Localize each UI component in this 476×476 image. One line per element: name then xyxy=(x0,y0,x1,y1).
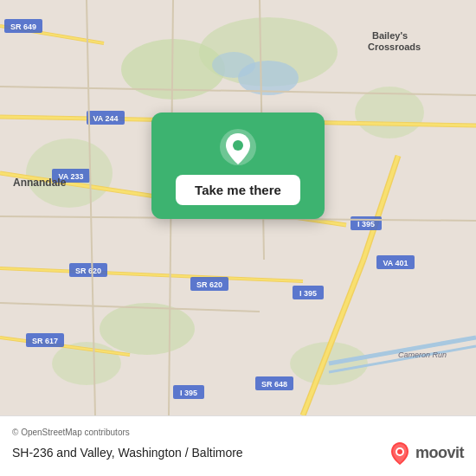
osm-credit: © OpenStreetMap contributors xyxy=(12,428,464,437)
svg-text:Annandale: Annandale xyxy=(13,177,67,189)
svg-text:SR 620: SR 620 xyxy=(196,280,222,289)
svg-text:I 395: I 395 xyxy=(299,289,317,298)
svg-text:SR 620: SR 620 xyxy=(75,267,101,275)
svg-text:Bailey's: Bailey's xyxy=(372,30,408,41)
popup-card: Take me there xyxy=(151,113,325,219)
svg-point-9 xyxy=(212,52,255,78)
svg-text:I 395: I 395 xyxy=(357,220,375,228)
svg-point-63 xyxy=(397,449,402,454)
moovit-pin-icon xyxy=(388,441,412,465)
svg-text:VA 401: VA 401 xyxy=(383,259,408,267)
location-row: SH-236 and Valley, Washington / Baltimor… xyxy=(12,441,464,465)
bottom-bar: © OpenStreetMap contributors SH-236 and … xyxy=(0,415,476,476)
svg-text:Crossroads: Crossroads xyxy=(368,42,421,52)
svg-text:SR 617: SR 617 xyxy=(32,337,58,345)
location-text: SH-236 and Valley, Washington / Baltimor… xyxy=(12,446,243,460)
svg-text:VA 244: VA 244 xyxy=(93,114,118,123)
take-me-there-button[interactable]: Take me there xyxy=(176,175,300,205)
svg-text:I 395: I 395 xyxy=(180,389,197,397)
svg-text:Cameron Run: Cameron Run xyxy=(398,351,447,359)
location-pin-icon xyxy=(219,128,257,166)
moovit-logo: moovit xyxy=(388,441,464,465)
map-container: I 395 I 395 VA 244 VA 233 SR 649 SR 620 … xyxy=(0,0,476,415)
svg-point-5 xyxy=(100,303,195,355)
svg-text:SR 648: SR 648 xyxy=(261,380,287,389)
svg-text:SR 649: SR 649 xyxy=(10,23,36,31)
moovit-brand-text: moovit xyxy=(415,444,464,462)
svg-point-61 xyxy=(233,140,243,151)
